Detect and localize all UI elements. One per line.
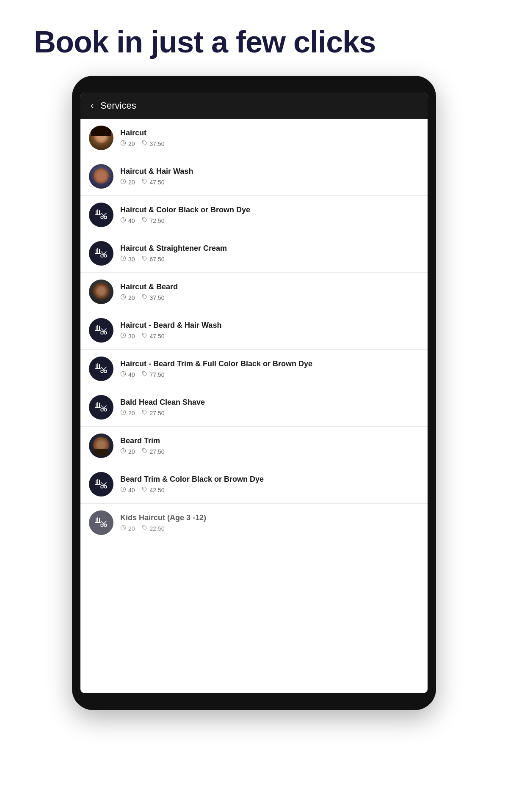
service-info-beard-trim: Beard Trim 20 27.50 (120, 436, 419, 455)
price-icon (142, 332, 148, 340)
svg-line-6 (123, 181, 124, 182)
service-meta-beard-trim-color: 40 42.50 (120, 486, 419, 494)
service-duration-haircut: 20 (120, 140, 135, 147)
service-info-haircut-beard-hair-wash: Haircut - Beard & Hair Wash 30 47.50 (120, 321, 419, 340)
svg-point-99 (143, 527, 144, 527)
service-price-haircut-straightener: 67.50 (142, 255, 165, 263)
service-name-haircut: Haircut (120, 129, 419, 137)
service-avatar-haircut-beard-color (89, 357, 113, 381)
nav-title: Services (100, 100, 136, 111)
svg-line-98 (123, 528, 124, 529)
service-info-haircut-beard-color: Haircut - Beard Trim & Full Color Black … (120, 359, 419, 378)
service-price-beard-trim-color: 42.50 (142, 486, 165, 494)
device-screen: ‹ Services Haircut 20 37.50 (80, 93, 428, 693)
svg-point-31 (143, 257, 144, 258)
service-item-bald-head[interactable]: Bald Head Clean Shave 20 27.50 (80, 388, 428, 427)
price-icon (142, 140, 148, 147)
svg-line-18 (123, 220, 124, 221)
service-name-haircut-straightener: Haircut & Straightener Cream (120, 244, 419, 253)
clock-icon (120, 140, 126, 147)
service-info-haircut-hair-wash: Haircut & Hair Wash 20 47.50 (120, 167, 419, 186)
service-meta-haircut-color: 40 72.50 (120, 217, 419, 224)
service-name-haircut-color: Haircut & Color Black or Brown Dye (120, 206, 419, 214)
service-price-haircut-beard-color: 77.50 (142, 371, 165, 378)
service-item-beard-trim[interactable]: Beard Trim 20 27.50 (80, 427, 428, 465)
price-value: 27.50 (150, 410, 165, 417)
svg-line-34 (123, 297, 124, 298)
service-duration-haircut-beard-color: 40 (120, 371, 135, 378)
price-value: 37.50 (150, 294, 165, 301)
service-meta-haircut-beard-color: 40 77.50 (120, 371, 419, 378)
service-meta-bald-head: 20 27.50 (120, 409, 419, 417)
service-info-haircut: Haircut 20 37.50 (120, 129, 419, 147)
price-value: 77.50 (150, 371, 165, 378)
service-item-haircut[interactable]: Haircut 20 37.50 (80, 119, 428, 157)
svg-line-30 (123, 258, 124, 259)
duration-value: 30 (128, 256, 135, 263)
service-name-haircut-beard: Haircut & Beard (120, 283, 419, 291)
service-meta-beard-trim: 20 27.50 (120, 448, 419, 455)
service-name-kids-haircut: Kids Haircut (Age 3 -12) (120, 513, 419, 522)
service-meta-haircut-straightener: 30 67.50 (120, 255, 419, 263)
svg-line-46 (123, 335, 124, 336)
service-info-bald-head: Bald Head Clean Shave 20 27.50 (120, 398, 419, 417)
service-meta-haircut: 20 37.50 (120, 140, 419, 147)
duration-value: 20 (128, 294, 135, 301)
service-item-haircut-beard-hair-wash[interactable]: Haircut - Beard & Hair Wash 30 47.50 (80, 311, 428, 350)
service-meta-haircut-hair-wash: 20 47.50 (120, 178, 419, 186)
service-item-haircut-straightener[interactable]: Haircut & Straightener Cream 30 67.50 (80, 234, 428, 273)
page-title: Book in just a few clicks (0, 0, 508, 76)
duration-value: 40 (128, 487, 135, 494)
price-icon (142, 217, 148, 224)
service-name-beard-trim: Beard Trim (120, 436, 419, 445)
clock-icon (120, 255, 126, 263)
duration-value: 20 (128, 525, 135, 532)
service-duration-kids-haircut: 20 (120, 525, 135, 532)
service-item-haircut-beard-color[interactable]: Haircut - Beard Trim & Full Color Black … (80, 350, 428, 388)
duration-value: 40 (128, 371, 135, 378)
service-item-haircut-hair-wash[interactable]: Haircut & Hair Wash 20 47.50 (80, 157, 428, 196)
service-item-kids-haircut[interactable]: Kids Haircut (Age 3 -12) 20 22.50 (80, 504, 428, 542)
duration-value: 30 (128, 333, 135, 340)
nav-bar: ‹ Services (80, 93, 428, 119)
service-price-haircut-beard-hair-wash: 47.50 (142, 332, 165, 340)
service-price-haircut-beard: 37.50 (142, 294, 165, 301)
clock-icon (120, 217, 126, 224)
svg-point-19 (143, 219, 144, 219)
service-name-haircut-beard-hair-wash: Haircut - Beard & Hair Wash (120, 321, 419, 330)
service-item-beard-trim-color[interactable]: Beard Trim & Color Black or Brown Dye 40… (80, 465, 428, 504)
duration-value: 20 (128, 448, 135, 455)
service-info-kids-haircut: Kids Haircut (Age 3 -12) 20 22.50 (120, 513, 419, 532)
service-avatar-haircut-straightener (89, 241, 113, 266)
service-item-haircut-beard[interactable]: Haircut & Beard 20 37.50 (80, 273, 428, 311)
service-avatar-haircut-beard (89, 280, 113, 304)
service-meta-haircut-beard: 20 37.50 (120, 294, 419, 301)
service-name-bald-head: Bald Head Clean Shave (120, 398, 419, 407)
svg-line-74 (123, 451, 124, 452)
price-value: 22.50 (150, 525, 165, 532)
svg-point-35 (143, 296, 144, 296)
service-info-haircut-straightener: Haircut & Straightener Cream 30 67.50 (120, 244, 419, 263)
price-value: 27.50 (150, 448, 165, 455)
service-price-haircut-hair-wash: 47.50 (142, 178, 165, 186)
service-avatar-beard-trim (89, 433, 113, 458)
back-button[interactable]: ‹ (91, 100, 94, 111)
price-icon (142, 371, 148, 378)
service-price-haircut-color: 72.50 (142, 217, 165, 224)
service-avatar-kids-haircut (89, 510, 113, 535)
price-value: 72.50 (150, 217, 165, 224)
service-avatar-haircut-hair-wash (89, 164, 113, 189)
device-frame: ‹ Services Haircut 20 37.50 (72, 76, 436, 710)
service-meta-haircut-beard-hair-wash: 30 47.50 (120, 332, 419, 340)
svg-line-70 (123, 412, 124, 413)
service-item-haircut-color[interactable]: Haircut & Color Black or Brown Dye 40 72… (80, 196, 428, 234)
price-icon (142, 409, 148, 417)
service-price-haircut: 37.50 (142, 140, 165, 147)
service-avatar-bald-head (89, 395, 113, 420)
service-name-beard-trim-color: Beard Trim & Color Black or Brown Dye (120, 475, 419, 484)
service-duration-haircut-straightener: 30 (120, 255, 135, 263)
duration-value: 20 (128, 140, 135, 147)
svg-point-75 (143, 450, 144, 450)
price-icon (142, 178, 148, 186)
price-icon (142, 255, 148, 263)
